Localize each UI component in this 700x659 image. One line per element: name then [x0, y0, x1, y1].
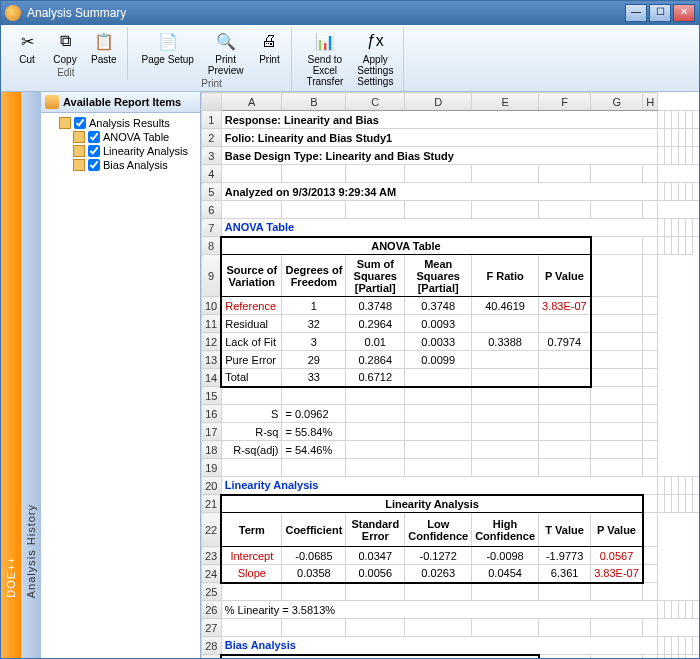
apply-settings-button-icon: ƒx: [363, 29, 387, 53]
row-11[interactable]: 11: [202, 315, 222, 333]
maximize-button[interactable]: ☐: [649, 4, 671, 22]
row-12[interactable]: 12: [202, 333, 222, 351]
row-19[interactable]: 19: [202, 459, 222, 477]
grid: ABCDEFGH1Response: Linearity and Bias2Fo…: [201, 92, 699, 658]
sidebar-history-tab[interactable]: Analysis History: [21, 92, 41, 658]
row-13[interactable]: 13: [202, 351, 222, 369]
print-preview-button-icon: 🔍: [214, 29, 238, 53]
window-title: Analysis Summary: [27, 6, 126, 20]
row-8[interactable]: 8: [202, 237, 222, 255]
report-icon: [45, 95, 59, 109]
tree-header: Available Report Items: [41, 92, 200, 113]
col-G[interactable]: G: [591, 93, 643, 111]
copy-button-icon: ⧉: [53, 29, 77, 53]
app-icon: [5, 5, 21, 21]
row-20[interactable]: 20: [202, 477, 222, 495]
row-16[interactable]: 16: [202, 405, 222, 423]
linearity-link[interactable]: Linearity Analysis: [221, 477, 658, 495]
row-7[interactable]: 7: [202, 219, 222, 237]
folder-icon: [73, 159, 85, 171]
send-excel-button[interactable]: 📊Send to Excel Transfer: [300, 27, 349, 87]
tree-item-1-checkbox[interactable]: [88, 145, 100, 157]
send-excel-button-icon: 📊: [313, 29, 337, 53]
cut-button[interactable]: ✂Cut: [9, 27, 45, 65]
tree-item-2-checkbox[interactable]: [88, 159, 100, 171]
row-2[interactable]: 2: [202, 129, 222, 147]
paste-button[interactable]: 📋Paste: [85, 27, 123, 65]
bias-link[interactable]: Bias Analysis: [221, 637, 658, 655]
tree-panel: Available Report Items Analysis ResultsA…: [41, 92, 201, 658]
print-button[interactable]: 🖨Print: [251, 27, 287, 76]
tree: Analysis ResultsANOVA TableLinearity Ana…: [41, 113, 200, 175]
sheet[interactable]: ABCDEFGH1Response: Linearity and Bias2Fo…: [201, 92, 699, 658]
close-button[interactable]: ✕: [673, 4, 695, 22]
page-setup-button-icon: 📄: [156, 29, 180, 53]
tree-root-checkbox[interactable]: [74, 117, 86, 129]
col-B[interactable]: B: [282, 93, 346, 111]
cut-button-icon: ✂: [15, 29, 39, 53]
tree-item-1[interactable]: Linearity Analysis: [43, 144, 198, 158]
row-14[interactable]: 14: [202, 369, 222, 387]
print-preview-button[interactable]: 🔍Print Preview: [202, 27, 250, 76]
row-23[interactable]: 23: [202, 547, 222, 565]
content-area: DOE++ Analysis History Available Report …: [1, 92, 699, 658]
row-6[interactable]: 6: [202, 201, 222, 219]
col-C[interactable]: C: [346, 93, 405, 111]
print-button-icon: 🖨: [257, 29, 281, 53]
col-D[interactable]: D: [405, 93, 472, 111]
row-29[interactable]: 29: [202, 655, 222, 659]
titlebar: Analysis Summary — ☐ ✕: [1, 1, 699, 25]
row-21[interactable]: 21: [202, 495, 222, 513]
minimize-button[interactable]: —: [625, 4, 647, 22]
row-26[interactable]: 26: [202, 601, 222, 619]
col-H[interactable]: H: [643, 93, 658, 111]
folder-icon: [59, 117, 71, 129]
row-1[interactable]: 1: [202, 111, 222, 129]
tree-item-0-checkbox[interactable]: [88, 131, 100, 143]
copy-button[interactable]: ⧉Copy: [47, 27, 83, 65]
col-A[interactable]: A: [221, 93, 282, 111]
row-9[interactable]: 9: [202, 255, 222, 297]
row-25[interactable]: 25: [202, 583, 222, 601]
tree-item-0[interactable]: ANOVA Table: [43, 130, 198, 144]
row-24[interactable]: 24: [202, 565, 222, 583]
row-4[interactable]: 4: [202, 165, 222, 183]
toolbar: ✂Cut⧉Copy📋PasteEdit📄Page Setup🔍Print Pre…: [1, 25, 699, 92]
row-28[interactable]: 28: [202, 637, 222, 655]
page-setup-button[interactable]: 📄Page Setup: [136, 27, 200, 76]
apply-settings-button[interactable]: ƒxApply Settings Settings: [351, 27, 399, 87]
folder-icon: [73, 131, 85, 143]
col-E[interactable]: E: [472, 93, 539, 111]
row-17[interactable]: 17: [202, 423, 222, 441]
folder-icon: [73, 145, 85, 157]
row-3[interactable]: 3: [202, 147, 222, 165]
row-5[interactable]: 5: [202, 183, 222, 201]
paste-button-icon: 📋: [92, 29, 116, 53]
anova-link[interactable]: ANOVA Table: [221, 219, 658, 237]
row-27[interactable]: 27: [202, 619, 222, 637]
app-window: Analysis Summary — ☐ ✕ ✂Cut⧉Copy📋PasteEd…: [0, 0, 700, 659]
sidebar-left-tab[interactable]: DOE++: [1, 92, 21, 658]
tree-root[interactable]: Analysis Results: [43, 116, 198, 130]
row-18[interactable]: 18: [202, 441, 222, 459]
tree-item-2[interactable]: Bias Analysis: [43, 158, 198, 172]
row-15[interactable]: 15: [202, 387, 222, 405]
row-10[interactable]: 10: [202, 297, 222, 315]
col-F[interactable]: F: [539, 93, 591, 111]
row-22[interactable]: 22: [202, 513, 222, 547]
